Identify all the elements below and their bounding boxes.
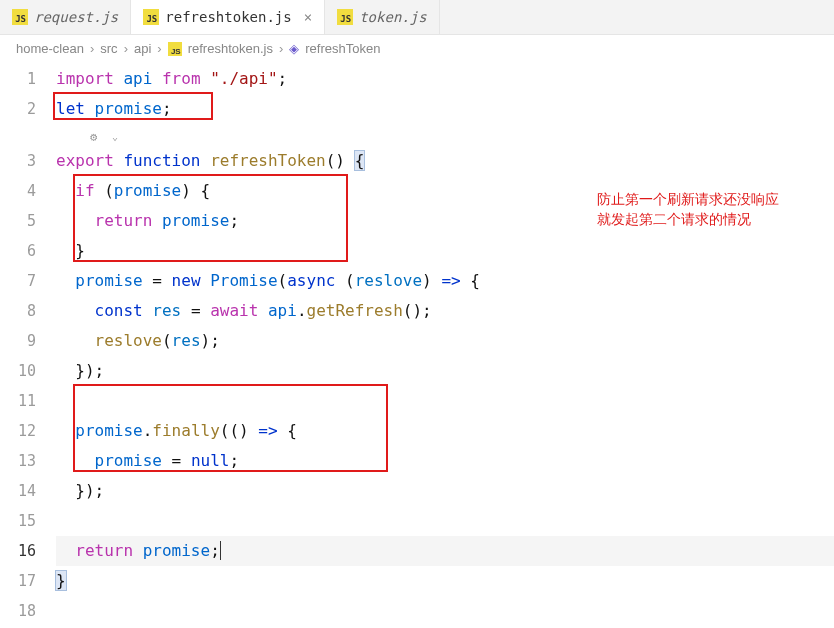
code-line[interactable]: const res = await api.getRefresh(); (56, 296, 834, 326)
tab-token-js[interactable]: JS token.js (325, 0, 439, 34)
line-number-gutter: 1 2 3 4 5 6 7 8 9 10 11 12 13 14 15 16 1… (0, 62, 56, 627)
chevron-right-icon: › (157, 41, 161, 56)
js-icon: JS (168, 42, 182, 56)
code-line[interactable]: return promise; (56, 536, 834, 566)
js-icon: JS (12, 9, 28, 25)
code-line[interactable]: let promise; (56, 94, 834, 124)
tab-label: refreshtoken.js (165, 9, 291, 25)
breadcrumb-segment[interactable]: home-clean (16, 41, 84, 56)
line-number: 9 (0, 326, 36, 356)
breadcrumb-segment[interactable]: refreshtoken.js (188, 41, 273, 56)
line-number: 10 (0, 356, 36, 386)
chevron-right-icon: › (279, 41, 283, 56)
tab-request-js[interactable]: JS request.js (0, 0, 131, 34)
code-line[interactable]: } (56, 236, 834, 266)
debug-icon[interactable]: ⚙ (90, 126, 97, 148)
line-number: 11 (0, 386, 36, 416)
chevron-down-icon[interactable]: ⌄ (112, 126, 118, 148)
line-number: 6 (0, 236, 36, 266)
line-number: 13 (0, 446, 36, 476)
text-cursor (220, 541, 221, 560)
code-line[interactable]: }); (56, 476, 834, 506)
tabs-bar: JS request.js JS refreshtoken.js × JS to… (0, 0, 834, 35)
code-line[interactable]: promise.finally(() => { (56, 416, 834, 446)
line-number: 7 (0, 266, 36, 296)
code-line[interactable]: }); (56, 356, 834, 386)
line-number: 1 (0, 64, 36, 94)
breadcrumb-segment[interactable]: api (134, 41, 151, 56)
breadcrumb: home-clean › src › api › JS refreshtoken… (0, 35, 834, 62)
close-icon[interactable]: × (304, 9, 312, 25)
code-line[interactable]: promise = null; (56, 446, 834, 476)
code-area[interactable]: import api from "./api"; let promise; ⚙⌄… (56, 62, 834, 627)
js-icon: JS (337, 9, 353, 25)
line-number: 15 (0, 506, 36, 536)
code-line[interactable] (56, 386, 834, 416)
chevron-right-icon: › (124, 41, 128, 56)
breadcrumb-segment[interactable]: src (100, 41, 117, 56)
code-line[interactable] (56, 506, 834, 536)
line-number: 2 (0, 94, 36, 124)
code-line[interactable]: export function refreshToken() { (56, 146, 834, 176)
editor-area[interactable]: 1 2 3 4 5 6 7 8 9 10 11 12 13 14 15 16 1… (0, 62, 834, 627)
line-number: 8 (0, 296, 36, 326)
line-number: 14 (0, 476, 36, 506)
chevron-right-icon: › (90, 41, 94, 56)
line-number: 5 (0, 206, 36, 236)
code-line[interactable]: reslove(res); (56, 326, 834, 356)
line-number: 17 (0, 566, 36, 596)
code-line[interactable]: import api from "./api"; (56, 64, 834, 94)
tab-label: request.js (34, 9, 118, 25)
annotation-text: 防止第一个刷新请求还没响应 就发起第二个请求的情况 (597, 190, 779, 229)
line-number: 4 (0, 176, 36, 206)
tab-refreshtoken-js[interactable]: JS refreshtoken.js × (131, 0, 325, 34)
cube-icon: ◈ (289, 41, 299, 56)
code-lens-row[interactable]: ⚙⌄ (56, 124, 834, 146)
code-line[interactable]: } (56, 566, 834, 596)
breadcrumb-symbol[interactable]: refreshToken (305, 41, 380, 56)
line-number: 12 (0, 416, 36, 446)
js-icon: JS (143, 9, 159, 25)
code-line[interactable]: promise = new Promise(async (reslove) =>… (56, 266, 834, 296)
code-line[interactable] (56, 596, 834, 626)
line-number: 16 (0, 536, 36, 566)
line-number: 3 (0, 146, 36, 176)
tab-label: token.js (359, 9, 426, 25)
line-number: 18 (0, 596, 36, 626)
